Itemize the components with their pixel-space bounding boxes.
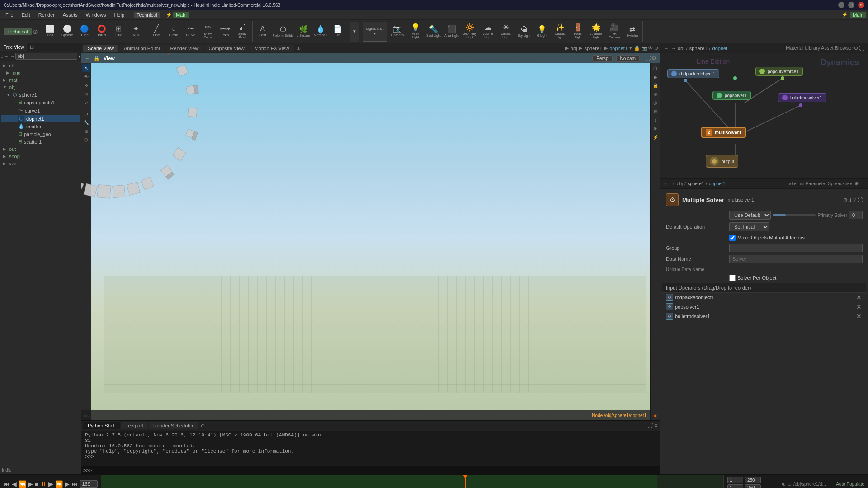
breadcrumb-sphere1[interactable]: sphere1 — [584, 46, 602, 51]
vp-rt-icon1[interactable]: ⬡ — [651, 64, 660, 72]
close-button[interactable]: ✕ — [858, 2, 864, 8]
tl-step-back-btn[interactable]: ◀ — [12, 480, 17, 488]
console-close-btn[interactable]: ✕ — [654, 422, 658, 429]
tl-play-fwd-btn[interactable]: ▶ — [48, 480, 53, 488]
nn-fwd-btn[interactable]: → — [671, 46, 676, 51]
platonic-tool[interactable]: ⬡Platonic Solids — [272, 22, 294, 42]
box-tool[interactable]: ⬜Box — [42, 22, 58, 42]
lsystem-tool[interactable]: 🌿L-System — [295, 22, 311, 42]
distant-light-tool[interactable]: ☀Distant Light — [498, 22, 514, 42]
param-resize-btn[interactable]: ⛶ — [859, 181, 864, 187]
node-popcurveforce1[interactable]: popcurveforce1 — [755, 67, 803, 76]
tab-animation-editor[interactable]: Animation Editor — [119, 45, 165, 52]
menu-file[interactable]: File — [2, 11, 17, 19]
tab-scene-view[interactable]: Scene View — [83, 45, 118, 52]
file-tool[interactable]: 📄File — [330, 22, 346, 42]
node-bulletrbdsolver1[interactable]: bulletrbdsolver1 — [778, 93, 826, 102]
menu-edit[interactable]: Edit — [18, 11, 34, 19]
nn-resize-btn[interactable]: ⛶ — [859, 45, 864, 52]
vp-icon-add[interactable]: ⊕ — [654, 45, 658, 51]
mutual-affectors-checkbox[interactable] — [729, 235, 736, 241]
vol-light-tool[interactable]: ☁Volume Light — [480, 22, 496, 42]
solver-help-btn[interactable]: ? — [853, 197, 856, 203]
tl-goto-end-btn[interactable]: ⏭ — [71, 480, 78, 488]
node-output[interactable]: output — [706, 155, 738, 168]
node-multisolver1[interactable]: 2 multisolver1 — [701, 127, 746, 138]
tl-stop-btn[interactable]: ■ — [35, 480, 38, 488]
tree-item-mat[interactable]: ▶ mat — [1, 76, 80, 84]
sidebar-icon-btn[interactable]: ⊞ — [29, 43, 35, 51]
vp-rt-icon4[interactable]: ⊕ — [651, 90, 660, 98]
node-popsolver1[interactable]: popsolver1 — [712, 91, 751, 100]
font-tool[interactable]: AFont — [255, 22, 271, 42]
material-lib-btn[interactable]: Material Library — [786, 45, 820, 52]
tab-composite-view[interactable]: Composite View — [204, 45, 249, 52]
sub-start-input[interactable] — [727, 484, 743, 488]
g-light-tool[interactable]: 💡G Light — [534, 22, 550, 42]
tree-item-img[interactable]: ▶ img — [1, 69, 80, 76]
input-op-remove-rbdpacked[interactable]: ✕ — [855, 294, 863, 301]
line-tool[interactable]: ╱Line — [148, 22, 165, 42]
tree-item-sphere1[interactable]: ▼ ⬡ sphere1 — [1, 91, 80, 99]
node-canvas[interactable]: Line Edition Dynamics — [660, 53, 868, 179]
param-path-sphere[interactable]: sphere1 — [688, 181, 704, 186]
console-input-field[interactable] — [94, 468, 658, 474]
tl-pause-btn[interactable]: ⏸ — [40, 480, 47, 488]
spot-light-tool[interactable]: 🔦Spot Light — [425, 22, 442, 42]
data-name-input[interactable] — [729, 255, 863, 263]
tree-item-emitter[interactable]: 💧 emitter — [1, 122, 80, 130]
spray-paint-tool[interactable]: 🖌Spray Paint — [234, 22, 250, 42]
use-default-dropdown[interactable]: Use Default — [729, 211, 771, 220]
tube-tool[interactable]: 🔵Tube — [76, 22, 93, 42]
tab-motion-fx-view[interactable]: Motion FX View — [250, 45, 294, 52]
tree-item-scatter1[interactable]: ⊞ scatter1 — [1, 138, 80, 145]
vp-icon-lock[interactable]: 🔒 — [634, 45, 640, 51]
breadcrumb-obj[interactable]: obj — [571, 46, 577, 51]
geo-light-tool[interactable]: 🔆Geometry Light — [462, 22, 478, 42]
tree-item-out[interactable]: ▶ out — [1, 145, 80, 153]
shelf-add-btn[interactable]: ⊕ — [33, 28, 38, 35]
curve-tool[interactable]: 〜Curve — [183, 22, 199, 42]
grid-tool[interactable]: ⊞Grid — [111, 22, 127, 42]
tab-textport[interactable]: Textport — [121, 422, 148, 429]
menu-render[interactable]: Render — [35, 11, 58, 19]
draw-curve-tool[interactable]: ✏Draw Curve — [200, 22, 216, 42]
console-resize-btn[interactable]: ⛶ — [647, 422, 653, 429]
tl-play-back-btn[interactable]: ▶ — [28, 480, 33, 488]
solver-gear-btn[interactable]: ⚙ — [843, 197, 848, 203]
param-spreadsheet-label[interactable]: Parameter Spreadsheet — [806, 181, 854, 186]
tl-goto-start-btn[interactable]: ⏮ — [4, 480, 10, 488]
tree-item-curve1[interactable]: 〜 curve1 — [1, 106, 80, 115]
ambient-light-tool[interactable]: 🌟Ambient Light — [588, 22, 604, 42]
default-operation-dropdown[interactable]: Set Initial Set Always Solve — [729, 222, 769, 231]
vp-lock-btn[interactable]: 🔒 — [94, 56, 100, 61]
no-cam-button[interactable]: No cam — [616, 55, 640, 62]
technical-shelf-tab[interactable]: Technical — [4, 28, 32, 35]
torus-tool[interactable]: ⭕Torus — [94, 22, 110, 42]
input-op-remove-bulletrbd[interactable]: ✕ — [855, 313, 863, 320]
path-input[interactable] — [15, 53, 77, 60]
lights-dropdown[interactable]: Lights an... ▾ — [363, 22, 387, 42]
portal-light-tool[interactable]: 🚪Portal Light — [570, 22, 586, 42]
point-light-tool[interactable]: 💡Point Light — [407, 22, 424, 42]
maximize-button[interactable]: □ — [848, 2, 854, 8]
sub-end-input[interactable] — [745, 484, 761, 488]
primary-solver-input[interactable] — [849, 211, 863, 219]
vp-rt-icon-bottom[interactable]: ■ — [651, 411, 660, 419]
tl-prev-key-btn[interactable]: ⏪ — [19, 480, 26, 488]
home-btn[interactable]: ⌂ — [1, 52, 4, 60]
tab-python-shell[interactable]: Python Shell — [83, 422, 120, 429]
path-dropdown-btn[interactable]: ▾ — [78, 52, 80, 60]
nn-path-obj[interactable]: obj — [678, 46, 684, 51]
null-tool[interactable]: ✦Null — [128, 22, 144, 42]
switcher-tool[interactable]: ⇄Switcher — [624, 22, 641, 42]
nn-add-btn[interactable]: ⊕ — [854, 45, 858, 52]
param-back-btn[interactable]: ← — [664, 181, 669, 186]
minimize-button[interactable]: ─ — [838, 2, 844, 8]
input-op-remove-popsolver[interactable]: ✕ — [855, 303, 863, 310]
vp-rt-icon9[interactable]: ⚡ — [651, 133, 660, 141]
forward-btn[interactable]: → — [10, 52, 14, 60]
node-rbdpackedobject1[interactable]: rbdpackedobject1 — [667, 69, 719, 78]
input-op-bulletrbd[interactable]: ⚙ bulletrbdsolver1 ✕ — [662, 312, 866, 321]
asset-browser-btn[interactable]: Asset Browser — [821, 45, 853, 52]
